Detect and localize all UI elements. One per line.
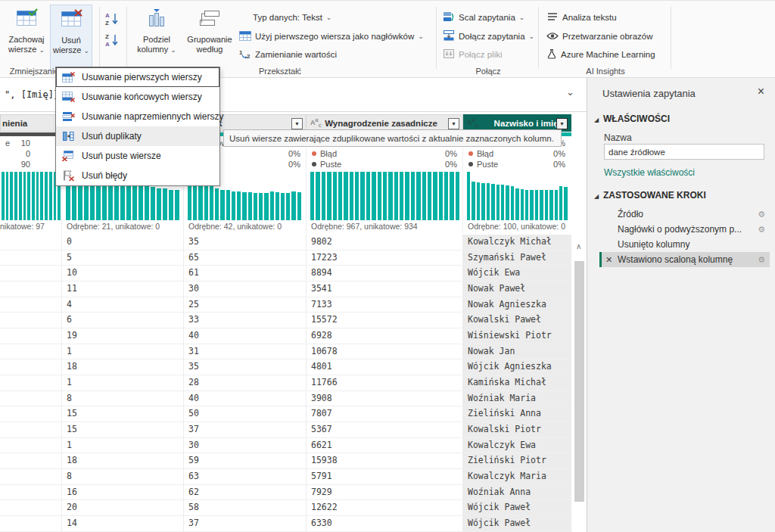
cell-col3: 65 (184, 250, 307, 266)
menu-item-remove-alternate-rows[interactable]: Usuwanie naprzemiennych wierszy (56, 107, 219, 126)
replace-values-button[interactable]: 1 2 Zamienianie wartości (239, 47, 337, 62)
gear-icon[interactable]: ⚙ (758, 255, 765, 265)
vision-button[interactable]: Przetwarzanie obrazów (546, 29, 653, 44)
svg-text:A: A (105, 41, 110, 48)
cell-fullname: Zieliński Anna (463, 406, 571, 422)
filter-button[interactable]: ▼ (448, 118, 459, 129)
replace-values-label: Zamienianie wartości (255, 50, 337, 59)
properties-section-label[interactable]: WŁAŚCIWOŚCI (603, 114, 670, 124)
table-row[interactable]: 8 40 3908 Woźniak Maria (0, 391, 572, 407)
menu-item-remove-duplicates[interactable]: Usuń duplikaty (56, 126, 219, 146)
step-label: Źródło (618, 209, 643, 219)
text-analytics-button[interactable]: Analiza tekstu (546, 10, 617, 25)
section-collapse-icon[interactable]: ◢ (594, 117, 599, 123)
sort-ascending-button[interactable]: A Z (103, 10, 121, 28)
cell-col2: 5 (62, 250, 184, 266)
table-row[interactable]: 15 37 5367 Kowalski Piotr (0, 422, 572, 438)
cell-col3: 37 (184, 516, 307, 531)
cell-col1 (0, 297, 62, 313)
cell-col1 (0, 250, 62, 266)
cell-col3: 58 (184, 500, 307, 515)
cell-col1 (0, 328, 62, 344)
cell-col1 (0, 469, 62, 484)
group-by-button[interactable]: Grupowanie według (185, 5, 235, 71)
table-row[interactable]: 15 50 7807 Zieliński Anna (0, 406, 572, 422)
cell-col2: 15 (62, 422, 184, 437)
cell-fullname: Nowak Paweł (463, 282, 571, 297)
split-column-button[interactable]: Podziel kolumny ⌄ (130, 5, 183, 71)
caret-down-icon: ⌄ (39, 46, 45, 54)
table-row[interactable]: 16 62 7929 Woźniak Anna (0, 485, 572, 501)
alternate-rows-delete-icon (62, 111, 75, 122)
menu-item-remove-blank-rows[interactable]: Usuń puste wiersze (56, 146, 219, 166)
cell-col3: 62 (184, 485, 307, 500)
cell-col2: 18 (62, 453, 184, 468)
caret-down-icon: ⌄ (529, 33, 535, 40)
table-row[interactable]: 1 31 10678 Nowak Jan (0, 344, 572, 360)
merge-queries-button[interactable]: Scal zapytania ⌄ (443, 10, 524, 25)
cell-col2: 6 (62, 313, 184, 328)
menu-item-remove-bottom-rows[interactable]: Usuwanie końcowych wierszy (56, 87, 219, 107)
formula-expand-chevron-icon[interactable]: ⌄ (566, 86, 574, 98)
table-row[interactable]: 6 33 15572 Kowalski Paweł (0, 313, 572, 328)
remove-rows-label: Usuń wiersze (53, 36, 81, 54)
applied-steps-section-label[interactable]: ZASTOSOWANE KROKI (603, 190, 706, 201)
table-row[interactable]: 1 30 6621 Kowalczyk Ewa (0, 438, 572, 454)
table-row[interactable]: 1 28 11766 Kamińska Michał (0, 375, 572, 391)
table-row[interactable]: 11 30 3541 Nowak Paweł (0, 282, 572, 297)
value-distribution-histogram (467, 172, 568, 220)
table-row[interactable]: 0 35 9802 Kowalczyk Michał (0, 235, 572, 250)
azure-ml-button[interactable]: Azure Machine Learning (546, 47, 655, 62)
gear-icon[interactable]: ⚙ (758, 210, 765, 219)
remove-rows-button[interactable]: Usuń wiersze ⌄ (50, 5, 92, 71)
table-row[interactable]: 20 58 12622 Wójcik Paweł (0, 500, 572, 516)
table-row[interactable]: 18 59 15938 Zieliński Piotr (0, 453, 572, 469)
scroll-up-icon[interactable]: ∧ (576, 242, 581, 250)
svg-text:A: A (105, 12, 110, 19)
table-row[interactable]: 4 25 7133 Nowak Agnieszka (0, 297, 572, 313)
keep-rows-button[interactable]: Zachowaj wiersze ⌄ (5, 5, 48, 71)
cell-col3: 50 (184, 406, 307, 422)
sort-descending-button[interactable]: Z A (103, 31, 121, 49)
vertical-scrollbar[interactable]: ∧ (572, 112, 587, 532)
combine-files-label: Połącz pliki (459, 50, 503, 59)
append-queries-label: Dołącz zapytania (459, 32, 525, 41)
cell-col1 (0, 500, 62, 515)
column-header-1[interactable]: nienia (0, 114, 62, 132)
table-row[interactable]: 5 65 17223 Szymański Paweł (0, 250, 572, 266)
replace-values-icon: 1 2 (239, 48, 251, 61)
menu-item-remove-top-rows[interactable]: Usuwanie pierwszych wierszy (56, 67, 219, 87)
formula-text[interactable]: ", [Imię]} (5, 89, 59, 100)
use-first-row-label: Użyj pierwszego wiersza jako nagłówków (255, 32, 414, 41)
step-removed-columns[interactable]: Usunięto kolumny (599, 237, 770, 252)
delete-step-icon[interactable]: ✕ (605, 255, 612, 265)
table-row[interactable]: 19 40 6928 Wiśniewski Piotr (0, 328, 572, 344)
table-row[interactable]: 10 61 8894 Wójcik Ewa (0, 266, 572, 282)
menu-item-label: Usuwanie naprzemiennych wierszy (82, 111, 223, 122)
filter-button[interactable]: ▼ (556, 118, 568, 129)
query-name-input[interactable] (604, 144, 764, 160)
menu-item-remove-errors[interactable]: Usuń błędy (56, 166, 219, 185)
table-row[interactable]: 8 63 5791 Kowalczyk Maria (0, 469, 572, 485)
scrollbar-thumb[interactable] (574, 261, 584, 502)
gear-icon[interactable]: ⚙ (758, 225, 765, 235)
step-promoted-headers[interactable]: Nagłówki o podwyższonym p... ⚙ (599, 222, 770, 237)
svg-text:Z: Z (105, 20, 109, 26)
cell-salary: 6330 (307, 516, 463, 531)
text-analytics-label: Analiza tekstu (562, 13, 617, 22)
data-type-button[interactable]: Typ danych: Tekst ⌄ (253, 10, 331, 25)
name-label: Nazwa (604, 132, 632, 143)
use-first-row-button[interactable]: Użyj pierwszego wiersza jako nagłówków ⌄ (239, 29, 424, 44)
step-source[interactable]: Źródło ⚙ (599, 207, 770, 222)
close-icon[interactable]: × (758, 85, 764, 98)
cell-fullname: Szymański Paweł (463, 250, 571, 266)
step-inserted-merged-column[interactable]: ✕ Wstawiono scaloną kolumnę ⚙ (599, 252, 770, 267)
section-collapse-icon[interactable]: ◢ (594, 193, 599, 200)
menu-item-label: Usuwanie pierwszych wierszy (82, 72, 202, 82)
append-queries-button[interactable]: Dołącz zapytania ⌄ (443, 29, 534, 44)
all-properties-link[interactable]: Wszystkie właściwości (604, 167, 695, 178)
table-row[interactable]: 14 37 6330 Wójcik Paweł (0, 516, 572, 532)
cell-col1 (0, 344, 62, 359)
table-row[interactable]: 18 35 4801 Wójcik Agnieszka (0, 359, 572, 375)
filter-button[interactable]: ▼ (291, 118, 303, 129)
